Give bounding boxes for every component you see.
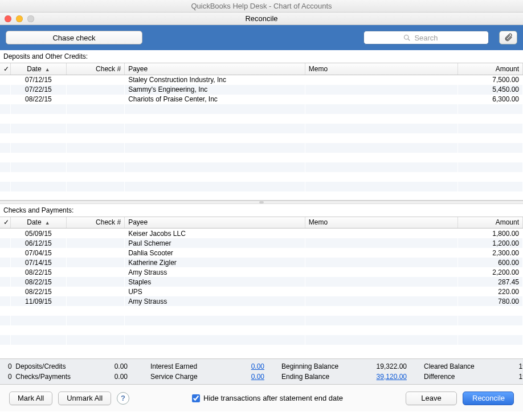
summary-panel: 0 Deposits/Credits 0.00 Interest Earned … — [0, 358, 523, 384]
zoom-icon[interactable] — [27, 15, 34, 22]
leave-button[interactable]: Leave — [406, 392, 457, 405]
interest-amount-link[interactable]: 0.00 — [219, 362, 264, 370]
table-row — [0, 191, 523, 201]
cell: Staley Construction Industry, Inc — [125, 75, 305, 85]
deposits-count: 0 — [8, 362, 12, 370]
search-input[interactable] — [363, 31, 489, 44]
cell — [66, 316, 124, 325]
cell — [305, 238, 457, 248]
table-row[interactable]: 07/14/15Katherine Zigler600.00 — [0, 258, 523, 267]
unmark-all-button[interactable]: Unmark All — [58, 392, 111, 405]
table-row[interactable]: 07/12/15Staley Construction Industry, In… — [0, 75, 523, 85]
cell — [66, 133, 124, 143]
cell — [10, 306, 66, 316]
cell — [305, 191, 457, 201]
cell — [305, 287, 457, 296]
cell — [457, 162, 522, 172]
col-checkmark[interactable]: ✓ — [0, 217, 10, 229]
col-date-label: Date — [27, 65, 41, 73]
table-row[interactable]: 07/22/15Sammy's Engineering, Inc5,450.00 — [0, 85, 523, 95]
account-dropdown-button[interactable]: Chase check — [6, 31, 142, 44]
close-icon[interactable] — [5, 15, 11, 22]
table-row[interactable]: 08/22/15UPS220.00 — [0, 287, 523, 296]
table-row[interactable]: 11/09/15Amy Strauss780.00 — [0, 296, 523, 306]
col-checkmark[interactable]: ✓ — [0, 63, 10, 75]
ending-balance-amount-link[interactable]: 39,120.00 — [356, 373, 407, 381]
cell — [66, 191, 124, 201]
hide-transactions-checkbox[interactable] — [192, 394, 200, 402]
cell — [0, 306, 10, 316]
cell — [457, 114, 522, 124]
cell — [125, 182, 305, 191]
cell — [305, 182, 457, 191]
cell — [125, 191, 305, 201]
cell — [305, 124, 457, 133]
col-memo[interactable]: Memo — [305, 63, 457, 75]
table-row[interactable]: 08/22/15Chariots of Praise Center, Inc6,… — [0, 95, 523, 104]
cell — [66, 85, 124, 95]
cell: 287.45 — [457, 277, 522, 287]
cell — [125, 306, 305, 316]
cell — [0, 162, 10, 172]
cell — [66, 345, 124, 354]
cell — [10, 114, 66, 124]
table-row[interactable]: 08/22/15Staples287.45 — [0, 277, 523, 287]
table-row — [0, 162, 523, 172]
cell — [305, 114, 457, 124]
cell — [125, 143, 305, 153]
cell: 1,800.00 — [457, 229, 522, 238]
cell — [0, 104, 10, 114]
deposits-table: 07/12/15Staley Construction Industry, In… — [0, 75, 523, 201]
col-date[interactable]: Date▲ — [10, 63, 66, 75]
col-date-label: Date — [27, 218, 41, 226]
deposits-amount: 0.00 — [82, 362, 128, 370]
table-row[interactable]: 06/12/15Paul Schemer1,200.00 — [0, 238, 523, 248]
cell — [305, 85, 457, 95]
cell — [66, 95, 124, 104]
table-row[interactable]: 08/22/15Amy Strauss2,200.00 — [0, 267, 523, 277]
cell — [0, 114, 10, 124]
attachment-button[interactable] — [499, 31, 517, 44]
cell — [66, 296, 124, 306]
cell: 1,200.00 — [457, 238, 522, 248]
reconcile-button[interactable]: Reconcile — [463, 392, 514, 405]
table-row — [0, 182, 523, 191]
deposits-scroll[interactable]: 07/12/15Staley Construction Industry, In… — [0, 75, 523, 201]
paperclip-icon — [504, 33, 513, 42]
cell — [10, 162, 66, 172]
col-check-number[interactable]: Check # — [66, 217, 124, 229]
cell — [125, 335, 305, 345]
cell — [457, 306, 522, 316]
col-payee[interactable]: Payee — [125, 63, 305, 75]
cell — [305, 172, 457, 182]
col-amount[interactable]: Amount — [457, 217, 522, 229]
cell: 2,300.00 — [457, 248, 522, 258]
col-date[interactable]: Date▲ — [10, 217, 66, 229]
checks-scroll[interactable]: 05/09/15Keiser Jacobs LLC1,800.0006/12/1… — [0, 229, 523, 358]
cell — [0, 191, 10, 201]
cell — [125, 345, 305, 354]
cell: 08/22/15 — [10, 267, 66, 277]
service-charge-amount-link[interactable]: 0.00 — [219, 373, 264, 381]
cell: 07/12/15 — [10, 75, 66, 85]
table-row[interactable]: 05/09/15Keiser Jacobs LLC1,800.00 — [0, 229, 523, 238]
cell: Amy Strauss — [125, 296, 305, 306]
table-row — [0, 306, 523, 316]
cell: Katherine Zigler — [125, 258, 305, 267]
cell — [457, 172, 522, 182]
cell: 5,450.00 — [457, 85, 522, 95]
col-memo[interactable]: Memo — [305, 217, 457, 229]
table-row[interactable]: 07/04/15Dahlia Scooter2,300.00 — [0, 248, 523, 258]
help-icon: ? — [121, 394, 125, 402]
help-button[interactable]: ? — [117, 392, 129, 405]
cell — [125, 316, 305, 325]
col-payee[interactable]: Payee — [125, 217, 305, 229]
cell — [125, 133, 305, 143]
ending-balance-label: Ending Balance — [281, 373, 356, 381]
minimize-icon[interactable] — [16, 15, 23, 22]
mark-all-button[interactable]: Mark All — [9, 392, 52, 405]
col-check-number[interactable]: Check # — [66, 63, 124, 75]
col-amount[interactable]: Amount — [457, 63, 522, 75]
cell — [125, 153, 305, 162]
cell — [305, 75, 457, 85]
